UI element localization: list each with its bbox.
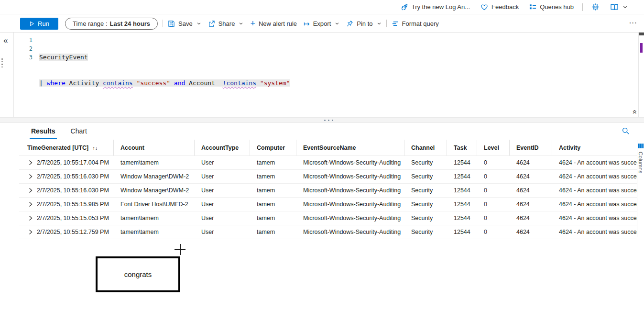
table-row[interactable]: 2/7/2025, 10:55:15.985 PM Font Driver Ho… [19, 198, 637, 211]
time-range-value: Last 24 hours [110, 20, 151, 27]
cell-activity: 4624 - An account was successfully logge… [552, 211, 637, 225]
cell-accounttype: User [195, 198, 250, 211]
cell-eventsourcename: Microsoft-Windows-Security-Auditing [296, 225, 404, 239]
expand-row-icon[interactable] [29, 160, 33, 166]
search-icon[interactable] [622, 127, 630, 135]
column-header-timegenerated[interactable]: TimeGenerated [UTC] ↑↓ [19, 140, 114, 155]
more-commands-button[interactable]: ... [629, 18, 637, 25]
expand-row-icon[interactable] [29, 174, 33, 179]
expand-row-icon[interactable] [29, 229, 33, 235]
export-icon: ↦ [304, 20, 310, 27]
save-button[interactable]: Save [168, 20, 201, 27]
cell-account: Window Manager\DWM-2 [114, 170, 195, 183]
cell-eventid: 4624 [510, 211, 552, 225]
settings-button[interactable] [591, 3, 600, 11]
heart-icon [480, 3, 488, 11]
export-label: Export [313, 20, 331, 27]
cell-eventid: 4624 [510, 156, 552, 169]
tab-results[interactable]: Results [30, 123, 57, 139]
column-header-task[interactable]: Task [447, 140, 477, 155]
time-range-picker[interactable]: Time range : Last 24 hours [65, 18, 158, 30]
table-row[interactable]: 2/7/2025, 10:55:16.030 PM Window Manager… [19, 184, 637, 198]
top-command-bar: Try the new Log An... Feedback Queries h… [0, 0, 644, 14]
time-range-label: Time range : [73, 20, 108, 27]
cell-account: tamem\tamem [114, 225, 195, 239]
line-numbers: 123 [14, 36, 33, 62]
share-button[interactable]: Share [208, 20, 244, 27]
cell-task: 12544 [447, 170, 477, 183]
cell-accounttype: User [195, 211, 250, 225]
export-button[interactable]: ↦ Export [304, 20, 339, 27]
new-alert-rule-button[interactable]: + New alert rule [250, 19, 297, 28]
run-button[interactable]: Run [20, 18, 58, 30]
format-query-icon [392, 20, 399, 27]
try-new-log-analytics-label: Try the new Log An... [412, 3, 470, 11]
expand-row-icon[interactable] [29, 201, 33, 207]
drag-handle[interactable] [1, 58, 3, 67]
results-tabs: Results Chart [13, 123, 644, 139]
cell-timegenerated: 2/7/2025, 10:55:12.759 PM [37, 229, 109, 235]
cell-activity: 4624 - An account was successfully logge… [552, 156, 637, 169]
pin-icon [346, 20, 353, 27]
column-header-accounttype[interactable]: AccountType [195, 140, 250, 155]
toolbar-divider [163, 20, 163, 27]
format-query-button[interactable]: Format query [392, 20, 439, 27]
cell-accounttype: User [195, 156, 250, 169]
cell-level: 0 [477, 198, 510, 211]
sort-icon[interactable]: ↑↓ [92, 145, 98, 151]
column-header-level[interactable]: Level [477, 140, 510, 155]
column-header-activity[interactable]: Activity [552, 140, 637, 155]
table-body: 2/7/2025, 10:55:17.004 PM tamem\tamem Us… [19, 155, 637, 239]
cell-accounttype: User [195, 184, 250, 197]
cell-eventid: 4624 [510, 225, 552, 239]
column-header-account[interactable]: Account [114, 140, 195, 155]
pin-to-button[interactable]: Pin to [346, 20, 381, 27]
cell-level: 0 [477, 170, 510, 183]
cell-eventid: 4624 [510, 198, 552, 211]
chevron-down-icon [196, 21, 201, 26]
cell-activity: 4624 - An account was successfully logge… [552, 225, 637, 239]
table-row[interactable]: 2/7/2025, 10:55:17.004 PM tamem\tamem Us… [19, 156, 637, 170]
expand-row-icon[interactable] [29, 188, 33, 193]
editor-overview-ruler [638, 33, 644, 117]
collapse-pane-icon[interactable]: « [3, 36, 8, 44]
column-header-eventsourcename[interactable]: EventSourceName [296, 140, 404, 155]
expand-row-icon[interactable] [29, 215, 33, 221]
table-row[interactable]: 2/7/2025, 10:55:12.759 PM tamem\tamem Us… [19, 225, 637, 239]
feedback-button[interactable]: Feedback [480, 3, 519, 11]
cell-task: 12544 [447, 184, 477, 197]
editor-results-splitter[interactable] [0, 117, 644, 123]
splitter-grip[interactable] [324, 120, 333, 121]
cell-activity: 4624 - An account was successfully logge… [552, 170, 637, 183]
query-editor[interactable]: 123 SecurityEvent | where Activity conta… [14, 33, 644, 117]
chevron-down-icon [377, 21, 382, 26]
column-header-computer[interactable]: Computer [250, 140, 296, 155]
query-code: SecurityEvent | where Activity contains … [39, 36, 290, 131]
cell-account: tamem\tamem [114, 211, 195, 225]
cell-timegenerated: 2/7/2025, 10:55:17.004 PM [37, 159, 109, 166]
warning-marker [640, 43, 643, 53]
scrollbar-thumb[interactable] [639, 33, 644, 35]
cell-channel: Security [404, 198, 447, 211]
column-header-eventid[interactable]: EventID [510, 140, 552, 155]
try-new-log-analytics-button[interactable]: Try the new Log An... [401, 3, 470, 11]
cell-computer: tamem [250, 170, 296, 183]
tab-chart[interactable]: Chart [69, 123, 88, 139]
cell-activity: 4624 - An account was successfully logge… [552, 184, 637, 197]
feedback-label: Feedback [491, 3, 519, 11]
cell-channel: Security [404, 170, 447, 183]
collapse-editor-icon[interactable]: « [632, 110, 639, 114]
cell-accounttype: User [195, 170, 250, 183]
code-line-1: SecurityEvent [39, 53, 290, 62]
play-icon [29, 21, 34, 26]
cell-eventid: 4624 [510, 170, 552, 183]
cell-level: 0 [477, 211, 510, 225]
table-row[interactable]: 2/7/2025, 10:55:15.053 PM tamem\tamem Us… [19, 211, 637, 225]
queries-hub-button[interactable]: Queries hub [529, 3, 574, 11]
cell-timegenerated: 2/7/2025, 10:55:15.985 PM [37, 201, 109, 208]
columns-panel-toggle[interactable]: Columns [637, 140, 644, 237]
docs-menu-button[interactable] [610, 3, 628, 11]
format-query-label: Format query [402, 20, 439, 27]
column-header-channel[interactable]: Channel [404, 140, 447, 155]
table-row[interactable]: 2/7/2025, 10:55:16.030 PM Window Manager… [19, 170, 637, 184]
